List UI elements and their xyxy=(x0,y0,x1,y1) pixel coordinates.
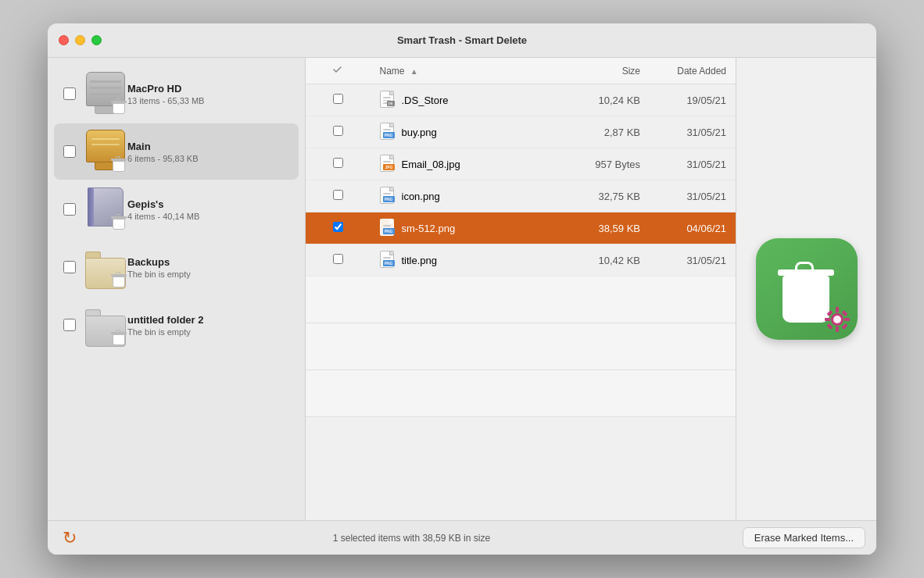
sidebar-checkbox-main[interactable] xyxy=(63,145,76,158)
sidebar-name-untitled2: untitled folder 2 xyxy=(127,314,204,326)
sidebar-checkbox-macpro[interactable] xyxy=(63,87,76,100)
refresh-button[interactable]: ↻ xyxy=(59,527,81,549)
sidebar-sub-backups: The bin is empty xyxy=(127,269,191,279)
sidebar-info-macpro: MacPro HD 13 items - 65,33 MB xyxy=(127,83,204,105)
close-button[interactable] xyxy=(59,35,69,45)
sidebar-name-gepis: Gepis's xyxy=(127,198,199,210)
row-checkbox-cell xyxy=(306,212,371,244)
row-name-cell: PNGsm-512.png xyxy=(371,212,586,244)
row-checkbox[interactable] xyxy=(333,222,343,232)
file-type-icon: JPG xyxy=(380,155,396,173)
file-list-area: Name ▲ Size Date Added DS.DS_Store10,24 … xyxy=(306,58,736,520)
sidebar-checkbox-backups[interactable] xyxy=(63,261,76,273)
trash-overlay-icon xyxy=(110,95,127,114)
table-row[interactable]: PNGsm-512.png38,59 KB04/06/21 xyxy=(306,212,736,244)
sidebar-info-main: Main 6 items - 95,83 KB xyxy=(127,141,199,163)
file-type-icon: PNG xyxy=(380,251,396,269)
window-title: Smart Trash - Smart Delete xyxy=(397,34,527,46)
empty-row-1 xyxy=(306,277,736,323)
maximize-button[interactable] xyxy=(91,35,102,45)
row-checkbox[interactable] xyxy=(333,190,343,200)
sidebar-item-main[interactable]: Main 6 items - 95,83 KB xyxy=(54,123,299,180)
sidebar-sub-untitled2: The bin is empty xyxy=(127,327,204,337)
row-date-cell: 31/05/21 xyxy=(650,180,736,212)
file-type-icon: PNG xyxy=(380,219,396,237)
trash-overlay-icon-untitled2 xyxy=(110,326,127,345)
svg-rect-7 xyxy=(841,310,847,316)
col-name[interactable]: Name ▲ xyxy=(371,58,586,84)
row-date-cell: 04/06/21 xyxy=(650,212,736,244)
file-type-icon: PNG xyxy=(380,187,396,205)
row-checkbox[interactable] xyxy=(333,158,343,168)
row-size-cell: 10,24 KB xyxy=(586,84,650,116)
sidebar-name-main: Main xyxy=(127,141,199,152)
table-row[interactable]: JPGEmail_08.jpg957 Bytes31/05/21 xyxy=(306,148,736,180)
sidebar-sub-macpro: 13 items - 65,33 MB xyxy=(127,96,204,105)
row-size-cell: 32,75 KB xyxy=(586,180,650,212)
table-row[interactable]: PNGbuy.png2,87 KB31/05/21 xyxy=(306,116,736,148)
sidebar-item-macpro[interactable]: MacPro HD 13 items - 65,33 MB xyxy=(54,66,299,122)
right-panel: Name ▲ Size Date Added DS.DS_Store10,24 … xyxy=(306,58,876,520)
erase-button[interactable]: Erase Marked Items... xyxy=(743,527,865,548)
content-area: MacPro HD 13 items - 65,33 MB xyxy=(48,58,876,520)
row-name-cell: JPGEmail_08.jpg xyxy=(371,148,586,180)
minimize-button[interactable] xyxy=(75,35,85,45)
svg-point-10 xyxy=(833,316,841,323)
row-checkbox-cell xyxy=(306,244,371,277)
sidebar-name-backups: Backups xyxy=(127,256,191,268)
table-row[interactable]: PNGicon.png32,75 KB31/05/21 xyxy=(306,180,736,212)
file-name: sm-512.png xyxy=(402,223,456,234)
trash-handle-large xyxy=(795,262,814,269)
file-name: Email_08.jpg xyxy=(402,159,460,170)
folder-silver-icon xyxy=(84,303,127,347)
preview-panel xyxy=(736,58,876,520)
col-date[interactable]: Date Added xyxy=(650,58,736,84)
folder-tan-icon xyxy=(84,245,127,289)
sidebar-checkbox-untitled2[interactable] xyxy=(63,319,76,331)
gear-icon xyxy=(820,302,854,337)
file-type-icon: DS xyxy=(380,91,396,109)
row-date-cell: 31/05/21 xyxy=(650,116,736,148)
row-checkbox[interactable] xyxy=(333,254,343,264)
gold-drive-icon xyxy=(84,130,127,173)
file-table-body: DS.DS_Store10,24 KB19/05/21PNGbuy.png2,8… xyxy=(306,84,736,277)
svg-rect-4 xyxy=(825,318,830,321)
row-date-cell: 31/05/21 xyxy=(650,244,736,277)
file-name: title.png xyxy=(402,255,438,266)
checkmark-header-icon xyxy=(332,64,343,75)
empty-row-2 xyxy=(306,323,736,370)
sidebar-checkbox-gepis[interactable] xyxy=(63,203,76,216)
sidebar-name-macpro: MacPro HD xyxy=(127,83,204,95)
hdd-icon xyxy=(84,72,127,116)
row-checkbox[interactable] xyxy=(333,94,343,104)
book-spine xyxy=(88,187,94,227)
sidebar-item-untitled2[interactable]: untitled folder 2 The bin is empty xyxy=(54,297,299,353)
table-row[interactable]: PNGtitle.png10,42 KB31/05/21 xyxy=(306,244,736,277)
row-checkbox-cell xyxy=(306,84,371,116)
col-size[interactable]: Size xyxy=(586,58,650,84)
file-name: buy.png xyxy=(402,127,437,138)
file-name: .DS_Store xyxy=(402,95,449,106)
trash-overlay-icon-backups xyxy=(110,269,127,287)
row-size-cell: 38,59 KB xyxy=(586,212,650,244)
svg-rect-5 xyxy=(844,318,850,321)
sidebar-sub-main: 6 items - 95,83 KB xyxy=(127,154,199,163)
row-size-cell: 957 Bytes xyxy=(586,148,650,180)
row-name-cell: PNGbuy.png xyxy=(371,116,586,148)
book-icon xyxy=(84,187,127,231)
table-row[interactable]: DS.DS_Store10,24 KB19/05/21 xyxy=(306,84,736,116)
app-icon-preview xyxy=(756,238,858,340)
file-table: Name ▲ Size Date Added DS.DS_Store10,24 … xyxy=(306,58,736,277)
sidebar-item-backups[interactable]: Backups The bin is empty xyxy=(54,239,299,295)
svg-rect-9 xyxy=(841,323,847,330)
main-window: Smart Trash - Smart Delete xyxy=(48,23,876,555)
traffic-lights xyxy=(59,35,102,45)
svg-rect-2 xyxy=(836,307,839,312)
svg-rect-8 xyxy=(826,323,833,330)
row-size-cell: 2,87 KB xyxy=(586,116,650,148)
sidebar-item-gepis[interactable]: Gepis's 4 items - 40,14 MB xyxy=(54,181,299,237)
sidebar-info-backups: Backups The bin is empty xyxy=(127,256,191,279)
sort-arrow-icon: ▲ xyxy=(410,67,418,76)
sidebar-info-untitled2: untitled folder 2 The bin is empty xyxy=(127,314,204,337)
row-checkbox[interactable] xyxy=(333,126,343,136)
